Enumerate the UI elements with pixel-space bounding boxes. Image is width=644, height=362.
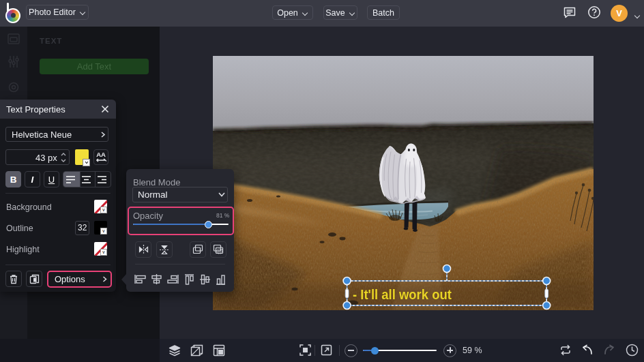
svg-text:AA: AA: [96, 151, 106, 158]
